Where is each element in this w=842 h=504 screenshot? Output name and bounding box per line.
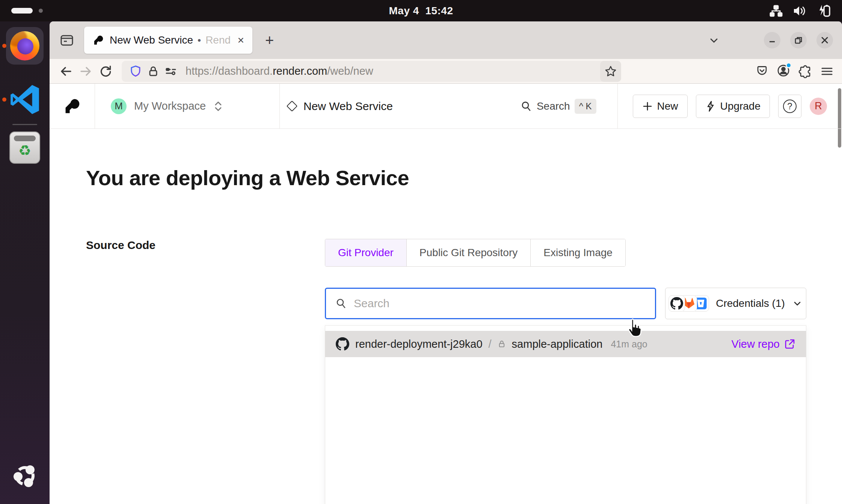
external-link-icon <box>784 338 795 350</box>
bookmark-star-icon[interactable] <box>600 61 621 82</box>
show-apps-icon <box>11 462 39 490</box>
render-dashboard-page: M My Workspace New Web Service Search ^ … <box>50 84 842 504</box>
close-window-button[interactable] <box>816 32 833 48</box>
dock: ♻ <box>0 21 50 504</box>
new-button[interactable]: New <box>633 95 688 118</box>
active-workspace-pill <box>11 8 33 14</box>
private-lock-icon <box>498 340 506 348</box>
source-code-label: Source Code <box>86 239 325 252</box>
firefox-running-dot <box>2 44 6 48</box>
trash-icon: ♻ <box>9 131 40 164</box>
desktop-screen: May 4 15:42 ♻ <box>0 0 842 504</box>
github-icon <box>336 337 349 351</box>
extensions-puzzle-icon[interactable] <box>798 65 812 78</box>
chevron-down-icon <box>792 298 803 309</box>
system-tray[interactable] <box>769 0 831 21</box>
global-search-button[interactable]: Search ^ K <box>520 99 596 114</box>
page-heading: You are deploying a Web Service <box>86 166 842 190</box>
workspace-switcher[interactable]: M My Workspace <box>95 84 280 129</box>
workspace-name: My Workspace <box>134 100 206 112</box>
upgrade-button[interactable]: Upgrade <box>696 95 770 118</box>
list-all-tabs-chevron-icon[interactable] <box>708 34 720 47</box>
dock-item-trash[interactable]: ♻ <box>0 131 50 164</box>
active-tab[interactable]: New Web Service • Rend × <box>84 27 252 54</box>
source-type-tabs: Git Provider Public Git Repository Exist… <box>325 239 626 267</box>
system-top-bar: May 4 15:42 <box>0 0 842 21</box>
navigation-bar: https://dashboard.render.com/web/new <box>50 59 842 84</box>
credentials-dropdown[interactable]: Credentials (1) <box>665 288 806 319</box>
render-logo[interactable] <box>50 84 95 129</box>
tracking-protection-shield-icon[interactable] <box>129 65 142 78</box>
tab-bar: New Web Service • Rend × + <box>50 21 842 59</box>
main-content: You are deploying a Web Service Source C… <box>50 129 842 504</box>
vscode-icon <box>9 84 41 115</box>
service-diamond-icon <box>287 101 298 112</box>
help-button[interactable]: ? <box>778 95 801 118</box>
view-repo-link[interactable]: View repo <box>732 338 795 350</box>
minimize-button[interactable] <box>764 32 780 48</box>
repo-results-panel: render-deployment-j29ka0 / sample-applic… <box>325 325 806 504</box>
account-button[interactable] <box>777 64 790 79</box>
tab-title: New Web Service <box>110 34 193 46</box>
volume-icon <box>792 4 807 18</box>
header-divider <box>617 84 618 129</box>
question-mark-icon: ? <box>783 100 797 113</box>
account-notification-dot <box>786 62 792 68</box>
pocket-icon[interactable] <box>756 65 768 78</box>
repo-name: sample-application <box>512 338 603 350</box>
network-tree-icon <box>769 4 783 18</box>
back-button[interactable] <box>56 62 76 81</box>
reload-button[interactable] <box>95 62 115 81</box>
dock-item-show-apps[interactable] <box>0 462 50 490</box>
search-icon <box>520 100 532 112</box>
plus-icon <box>642 101 653 112</box>
search-icon <box>335 297 347 309</box>
mouse-cursor <box>624 318 643 340</box>
repo-separator: / <box>489 338 492 350</box>
tab-site: Rend <box>205 34 231 46</box>
dock-item-firefox[interactable] <box>0 27 50 65</box>
github-icon <box>668 295 685 312</box>
app-header: M My Workspace New Web Service Search ^ … <box>50 84 842 129</box>
firefox-view-icon[interactable] <box>58 31 76 49</box>
vscode-running-dot <box>2 98 6 102</box>
menu-hamburger-icon[interactable] <box>820 65 834 78</box>
restore-button[interactable] <box>790 32 807 48</box>
lock-icon[interactable] <box>147 65 159 77</box>
url-text: https://dashboard.render.com/web/new <box>186 65 373 77</box>
breadcrumb: New Web Service <box>288 100 393 113</box>
tab-public-git-repository[interactable]: Public Git Repository <box>407 239 531 266</box>
inactive-workspace-dot <box>39 9 43 13</box>
tab-separator: • <box>198 35 201 46</box>
workspace-indicators[interactable] <box>11 0 43 21</box>
tab-git-provider[interactable]: Git Provider <box>325 239 407 266</box>
dock-item-vscode[interactable] <box>0 81 50 118</box>
dock-divider <box>12 124 37 125</box>
user-avatar[interactable]: R <box>810 98 827 115</box>
browser-window: New Web Service • Rend × + <box>50 21 842 504</box>
provider-chips <box>668 295 709 312</box>
repo-search-input[interactable] <box>354 297 646 310</box>
system-clock[interactable]: May 4 15:42 <box>389 5 453 17</box>
forward-button[interactable] <box>76 62 95 81</box>
page-title: New Web Service <box>303 100 393 113</box>
permissions-icon[interactable] <box>164 65 177 78</box>
render-favicon <box>93 35 104 45</box>
url-bar[interactable]: https://dashboard.render.com/web/new <box>122 61 621 82</box>
tab-close-icon[interactable]: × <box>236 34 246 47</box>
new-tab-button[interactable]: + <box>262 33 277 48</box>
repo-search-field[interactable] <box>325 288 656 319</box>
repo-row[interactable]: render-deployment-j29ka0 / sample-applic… <box>325 331 806 357</box>
repo-owner: render-deployment-j29ka0 <box>355 338 483 350</box>
search-shortcut-badge: ^ K <box>575 99 596 114</box>
lightning-icon <box>705 101 716 112</box>
firefox-icon <box>10 31 39 60</box>
repo-updated-time: 41m ago <box>611 339 647 350</box>
credentials-label: Credentials (1) <box>716 297 785 309</box>
tab-existing-image[interactable]: Existing Image <box>531 239 625 266</box>
battery-charging-icon <box>816 3 831 18</box>
workspace-chevrons-icon <box>213 100 223 113</box>
workspace-avatar: M <box>111 98 127 114</box>
